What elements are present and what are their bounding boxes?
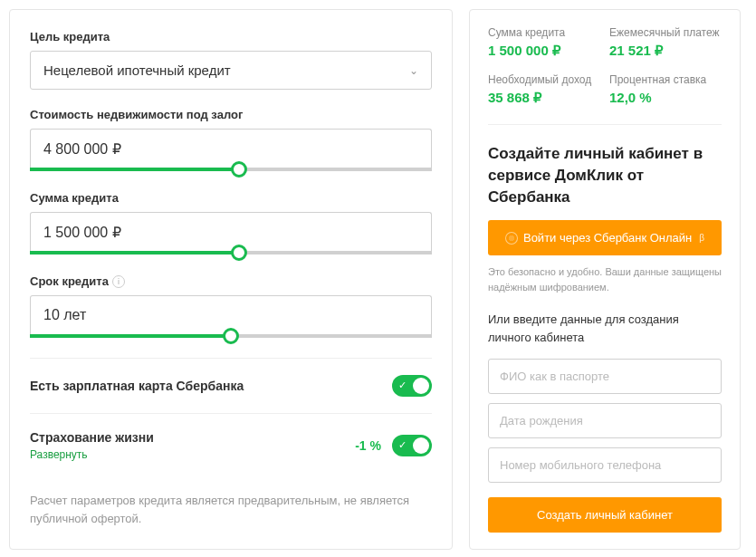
purpose-group: Цель кредита Нецелевой ипотечный кредит …	[30, 30, 432, 90]
term-label: Срок кредита i	[30, 274, 432, 288]
salary-card-toggle[interactable]: ✓	[392, 375, 432, 397]
insurance-discount: -1 %	[355, 438, 381, 453]
slider-thumb[interactable]	[231, 161, 247, 178]
collateral-label: Стоимость недвижимости под залог	[30, 108, 432, 121]
stats-grid: Сумма кредита 1 500 000 ₽ Ежемесячный пл…	[488, 26, 722, 125]
insurance-row: Страхование жизни Развернуть -1 % ✓	[30, 413, 432, 477]
security-hint: Это безопасно и удобно. Ваши данные защи…	[488, 264, 722, 294]
salary-card-label: Есть зарплатная карта Сбербанка	[30, 379, 244, 393]
fullname-input[interactable]	[488, 359, 722, 394]
term-slider[interactable]	[30, 334, 432, 338]
collateral-slider[interactable]	[30, 168, 432, 171]
stat-income: Необходимый доход 35 868 ₽	[488, 73, 600, 106]
amount-group: Сумма кредита	[30, 191, 432, 254]
info-icon[interactable]: i	[112, 275, 125, 288]
insurance-label: Страхование жизни	[30, 430, 154, 445]
create-account-button[interactable]: Создать личный кабинет	[488, 497, 722, 533]
sberbank-icon	[505, 232, 518, 245]
check-icon: ✓	[398, 379, 407, 391]
collateral-input[interactable]	[30, 129, 432, 168]
insurance-toggle[interactable]: ✓	[392, 435, 432, 456]
amount-input[interactable]	[30, 212, 432, 251]
amount-label: Сумма кредита	[30, 191, 432, 205]
dob-input[interactable]	[488, 403, 722, 438]
beta-badge: β	[699, 233, 704, 243]
phone-input[interactable]	[488, 447, 722, 483]
alt-signup-heading: Или введите данные для создания личного …	[488, 311, 722, 346]
chevron-down-icon: ⌄	[409, 64, 418, 77]
stat-monthly: Ежемесячный платеж 21 521 ₽	[609, 26, 722, 59]
stat-rate: Процентная ставка 12,0 %	[609, 73, 722, 106]
check-icon: ✓	[398, 439, 407, 451]
purpose-label: Цель кредита	[30, 30, 432, 43]
summary-panel: Сумма кредита 1 500 000 ₽ Ежемесячный пл…	[469, 9, 741, 550]
salary-card-row: Есть зарплатная карта Сбербанка ✓	[30, 358, 432, 413]
slider-thumb[interactable]	[231, 245, 247, 261]
sberbank-login-button[interactable]: Войти через Сбербанк Онлайн β	[488, 220, 722, 255]
calculator-panel: Цель кредита Нецелевой ипотечный кредит …	[9, 9, 453, 550]
signup-heading: Создайте личный кабинет в сервисе ДомКли…	[488, 143, 722, 207]
expand-link[interactable]: Развернуть	[30, 448, 154, 461]
purpose-select[interactable]: Нецелевой ипотечный кредит ⌄	[30, 51, 432, 90]
term-group: Срок кредита i	[30, 274, 432, 338]
slider-thumb[interactable]	[223, 328, 239, 344]
purpose-value: Нецелевой ипотечный кредит	[43, 62, 231, 78]
collateral-group: Стоимость недвижимости под залог	[30, 108, 432, 171]
stat-sum: Сумма кредита 1 500 000 ₽	[488, 26, 600, 59]
amount-slider[interactable]	[30, 251, 432, 254]
disclaimer-text: Расчет параметров кредита является предв…	[30, 492, 432, 527]
